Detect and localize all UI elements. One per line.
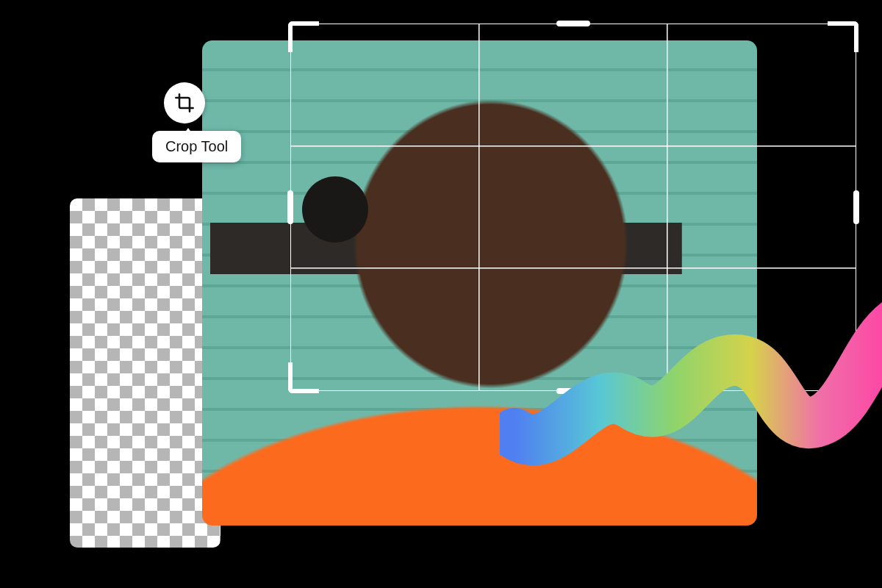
crop-handle-bottom-right[interactable]	[828, 362, 858, 393]
crop-tool-tooltip: Crop Tool	[152, 131, 241, 162]
crop-handle-top-left[interactable]	[288, 21, 319, 52]
crop-handle-top-right[interactable]	[828, 21, 858, 52]
transparency-panel	[70, 198, 220, 548]
crop-grid	[290, 24, 856, 391]
editor-stage: Crop Tool	[0, 0, 882, 588]
crop-handle-bottom-left[interactable]	[288, 362, 319, 393]
crop-tool-button[interactable]	[164, 82, 205, 123]
crop-handle-bottom[interactable]	[556, 388, 590, 394]
crop-tool-label: Crop Tool	[165, 138, 228, 154]
crop-handle-right[interactable]	[853, 190, 859, 224]
crop-frame[interactable]	[290, 24, 856, 391]
crop-icon	[174, 93, 195, 113]
crop-handle-top[interactable]	[556, 21, 590, 26]
crop-handle-left[interactable]	[287, 190, 293, 224]
